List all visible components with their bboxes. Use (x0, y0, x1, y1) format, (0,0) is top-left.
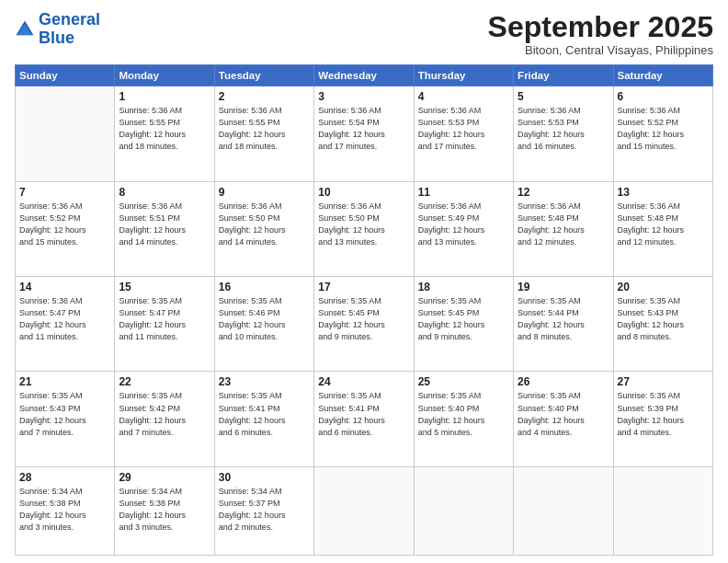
calendar-table: SundayMondayTuesdayWednesdayThursdayFrid… (15, 64, 713, 556)
weekday-header-tuesday: Tuesday (214, 65, 313, 86)
calendar-cell: 1Sunrise: 5:36 AM Sunset: 5:55 PM Daylig… (115, 86, 214, 181)
weekday-header-sunday: Sunday (16, 65, 115, 86)
day-info: Sunrise: 5:36 AM Sunset: 5:50 PM Dayligh… (318, 201, 409, 248)
calendar-cell: 28Sunrise: 5:34 AM Sunset: 5:38 PM Dayli… (16, 466, 115, 555)
calendar-week-1: 1Sunrise: 5:36 AM Sunset: 5:55 PM Daylig… (16, 86, 713, 181)
day-number: 24 (318, 375, 409, 388)
day-info: Sunrise: 5:35 AM Sunset: 5:42 PM Dayligh… (119, 390, 210, 438)
calendar-cell: 3Sunrise: 5:36 AM Sunset: 5:54 PM Daylig… (314, 86, 414, 181)
calendar-cell: 30Sunrise: 5:34 AM Sunset: 5:37 PM Dayli… (214, 466, 313, 555)
day-number: 11 (418, 186, 509, 199)
logo-icon (15, 19, 35, 40)
calendar-week-5: 28Sunrise: 5:34 AM Sunset: 5:38 PM Dayli… (16, 466, 713, 555)
calendar-cell: 17Sunrise: 5:35 AM Sunset: 5:45 PM Dayli… (314, 277, 414, 372)
calendar-cell: 19Sunrise: 5:35 AM Sunset: 5:44 PM Dayli… (514, 277, 613, 372)
title-block: September 2025 Bitoon, Central Visayas, … (488, 11, 713, 57)
day-info: Sunrise: 5:34 AM Sunset: 5:37 PM Dayligh… (219, 486, 310, 534)
day-number: 10 (318, 186, 409, 199)
day-number: 14 (19, 281, 110, 293)
day-number: 2 (219, 90, 310, 103)
location-subtitle: Bitoon, Central Visayas, Philippines (488, 43, 713, 57)
day-info: Sunrise: 5:36 AM Sunset: 5:53 PM Dayligh… (418, 105, 509, 153)
day-number: 6 (618, 90, 709, 103)
calendar-cell (514, 466, 613, 555)
weekday-header-friday: Friday (514, 65, 613, 86)
calendar-cell: 20Sunrise: 5:35 AM Sunset: 5:43 PM Dayli… (613, 277, 712, 372)
day-info: Sunrise: 5:36 AM Sunset: 5:55 PM Dayligh… (119, 105, 210, 153)
calendar-cell: 5Sunrise: 5:36 AM Sunset: 5:53 PM Daylig… (514, 86, 613, 181)
calendar-cell: 24Sunrise: 5:35 AM Sunset: 5:41 PM Dayli… (314, 372, 414, 466)
calendar-body: 1Sunrise: 5:36 AM Sunset: 5:55 PM Daylig… (16, 86, 713, 556)
calendar-cell: 14Sunrise: 5:36 AM Sunset: 5:47 PM Dayli… (16, 277, 115, 372)
day-info: Sunrise: 5:36 AM Sunset: 5:50 PM Dayligh… (219, 201, 310, 248)
day-info: Sunrise: 5:35 AM Sunset: 5:41 PM Dayligh… (318, 390, 409, 438)
calendar-cell: 26Sunrise: 5:35 AM Sunset: 5:40 PM Dayli… (514, 372, 613, 466)
day-number: 15 (119, 281, 210, 293)
calendar-cell: 10Sunrise: 5:36 AM Sunset: 5:50 PM Dayli… (314, 181, 414, 276)
calendar-cell: 11Sunrise: 5:36 AM Sunset: 5:49 PM Dayli… (414, 181, 513, 276)
calendar-week-2: 7Sunrise: 5:36 AM Sunset: 5:52 PM Daylig… (16, 181, 713, 276)
logo-text: General Blue (39, 11, 100, 48)
day-number: 12 (518, 186, 609, 199)
day-number: 13 (618, 186, 709, 199)
day-info: Sunrise: 5:36 AM Sunset: 5:52 PM Dayligh… (19, 201, 110, 248)
calendar-cell: 23Sunrise: 5:35 AM Sunset: 5:41 PM Dayli… (214, 372, 313, 466)
calendar-cell (613, 466, 712, 555)
logo-line1: General (39, 10, 100, 29)
calendar-cell: 18Sunrise: 5:35 AM Sunset: 5:45 PM Dayli… (414, 277, 513, 372)
day-info: Sunrise: 5:35 AM Sunset: 5:47 PM Dayligh… (119, 295, 210, 343)
month-title: September 2025 (488, 11, 713, 43)
calendar-week-3: 14Sunrise: 5:36 AM Sunset: 5:47 PM Dayli… (16, 277, 713, 372)
calendar-cell: 6Sunrise: 5:36 AM Sunset: 5:52 PM Daylig… (613, 86, 712, 181)
day-info: Sunrise: 5:35 AM Sunset: 5:40 PM Dayligh… (418, 390, 509, 438)
day-info: Sunrise: 5:36 AM Sunset: 5:48 PM Dayligh… (518, 201, 609, 248)
weekday-header-row: SundayMondayTuesdayWednesdayThursdayFrid… (16, 65, 713, 86)
day-info: Sunrise: 5:34 AM Sunset: 5:38 PM Dayligh… (119, 486, 210, 534)
day-info: Sunrise: 5:35 AM Sunset: 5:45 PM Dayligh… (318, 295, 409, 343)
calendar-cell: 16Sunrise: 5:35 AM Sunset: 5:46 PM Dayli… (214, 277, 313, 372)
day-info: Sunrise: 5:35 AM Sunset: 5:39 PM Dayligh… (618, 390, 709, 438)
day-number: 18 (418, 281, 509, 293)
day-info: Sunrise: 5:35 AM Sunset: 5:41 PM Dayligh… (219, 390, 310, 438)
day-info: Sunrise: 5:35 AM Sunset: 5:43 PM Dayligh… (19, 390, 110, 438)
calendar-cell: 4Sunrise: 5:36 AM Sunset: 5:53 PM Daylig… (414, 86, 513, 181)
calendar-cell: 27Sunrise: 5:35 AM Sunset: 5:39 PM Dayli… (613, 372, 712, 466)
day-number: 19 (518, 281, 609, 293)
day-number: 28 (19, 471, 110, 484)
day-number: 27 (618, 375, 709, 388)
day-info: Sunrise: 5:35 AM Sunset: 5:40 PM Dayligh… (518, 390, 609, 438)
day-info: Sunrise: 5:35 AM Sunset: 5:44 PM Dayligh… (518, 295, 609, 343)
logo: General Blue (15, 11, 100, 48)
day-number: 16 (219, 281, 310, 293)
day-number: 17 (318, 281, 409, 293)
calendar-cell: 13Sunrise: 5:36 AM Sunset: 5:48 PM Dayli… (613, 181, 712, 276)
day-info: Sunrise: 5:36 AM Sunset: 5:47 PM Dayligh… (19, 295, 110, 343)
calendar-cell (16, 86, 115, 181)
calendar-cell: 29Sunrise: 5:34 AM Sunset: 5:38 PM Dayli… (115, 466, 214, 555)
page: General Blue September 2025 Bitoon, Cent… (0, 0, 728, 563)
day-info: Sunrise: 5:36 AM Sunset: 5:51 PM Dayligh… (119, 201, 210, 248)
day-info: Sunrise: 5:36 AM Sunset: 5:53 PM Dayligh… (518, 105, 609, 153)
day-number: 25 (418, 375, 509, 388)
calendar-cell: 2Sunrise: 5:36 AM Sunset: 5:55 PM Daylig… (214, 86, 313, 181)
weekday-header-wednesday: Wednesday (314, 65, 414, 86)
calendar-cell: 22Sunrise: 5:35 AM Sunset: 5:42 PM Dayli… (115, 372, 214, 466)
day-info: Sunrise: 5:36 AM Sunset: 5:54 PM Dayligh… (318, 105, 409, 153)
day-info: Sunrise: 5:35 AM Sunset: 5:46 PM Dayligh… (219, 295, 310, 343)
day-number: 22 (119, 375, 210, 388)
day-number: 4 (418, 90, 509, 103)
weekday-header-monday: Monday (115, 65, 214, 86)
day-number: 30 (219, 471, 310, 484)
day-number: 20 (618, 281, 709, 293)
day-number: 7 (19, 186, 110, 199)
day-info: Sunrise: 5:36 AM Sunset: 5:55 PM Dayligh… (219, 105, 310, 153)
day-number: 3 (318, 90, 409, 103)
day-info: Sunrise: 5:34 AM Sunset: 5:38 PM Dayligh… (19, 486, 110, 534)
day-number: 1 (119, 90, 210, 103)
day-number: 26 (518, 375, 609, 388)
day-info: Sunrise: 5:36 AM Sunset: 5:48 PM Dayligh… (618, 201, 709, 248)
calendar-cell: 12Sunrise: 5:36 AM Sunset: 5:48 PM Dayli… (514, 181, 613, 276)
calendar-cell: 8Sunrise: 5:36 AM Sunset: 5:51 PM Daylig… (115, 181, 214, 276)
calendar-cell: 7Sunrise: 5:36 AM Sunset: 5:52 PM Daylig… (16, 181, 115, 276)
day-info: Sunrise: 5:36 AM Sunset: 5:49 PM Dayligh… (418, 201, 509, 248)
